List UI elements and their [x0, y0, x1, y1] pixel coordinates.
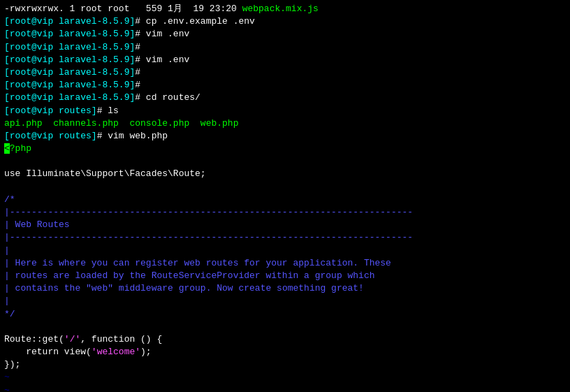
- shell-line-5: [root@vip laravel-8.5.9]# vim .env: [4, 54, 566, 66]
- vim-route-line: Route::get('/', function () {: [4, 333, 566, 346]
- shell-line-11: [root@vip routes]# vim web.php: [4, 130, 566, 143]
- shell-line-6: [root@vip laravel-8.5.9]#: [4, 66, 566, 79]
- vim-tilde-2: ~: [4, 384, 566, 392]
- shell-line-7: [root@vip laravel-8.5.9]#: [4, 79, 566, 92]
- shell-line-8: [root@vip laravel-8.5.9]# cd routes/: [4, 92, 566, 104]
- vim-comment-5: |: [4, 245, 566, 257]
- shell-line-1: -rwxrwxrwx. 1 root root 559 1月 19 23:20 …: [4, 3, 566, 15]
- vim-comment-2: |---------------------------------------…: [4, 206, 566, 219]
- vim-line-php-tag: <?php: [4, 143, 566, 155]
- vim-comment-10: */: [4, 308, 566, 321]
- vim-tilde-1: ~: [4, 371, 566, 384]
- ls-output: api.php channels.php console.php web.php: [4, 117, 566, 130]
- vim-comment-8: | contains the "web" middleware group. N…: [4, 282, 566, 295]
- shell-line-3: [root@vip laravel-8.5.9]# vim .env: [4, 28, 566, 41]
- vim-blank-1: [4, 155, 566, 168]
- vim-comment-9: |: [4, 295, 566, 307]
- shell-line-2: [root@vip laravel-8.5.9]# cp .env.exampl…: [4, 15, 566, 28]
- vim-return-line: return view('welcome');: [4, 346, 566, 358]
- vim-close-line: });: [4, 358, 566, 371]
- vim-blank-3: [4, 321, 566, 333]
- vim-comment-7: | routes are loaded by the RouteServiceP…: [4, 270, 566, 282]
- shell-line-4: [root@vip laravel-8.5.9]#: [4, 41, 566, 54]
- vim-comment-3: | Web Routes: [4, 219, 566, 231]
- vim-comment-6: | Here is where you can register web rou…: [4, 257, 566, 270]
- vim-comment-1: /*: [4, 194, 566, 206]
- vim-blank-2: [4, 181, 566, 194]
- shell-line-9: [root@vip routes]# ls: [4, 105, 566, 117]
- vim-use-line: use Illuminate\Support\Facades\Route;: [4, 168, 566, 180]
- vim-comment-4: |---------------------------------------…: [4, 231, 566, 244]
- terminal-window: -rwxrwxrwx. 1 root root 559 1月 19 23:20 …: [0, 0, 570, 392]
